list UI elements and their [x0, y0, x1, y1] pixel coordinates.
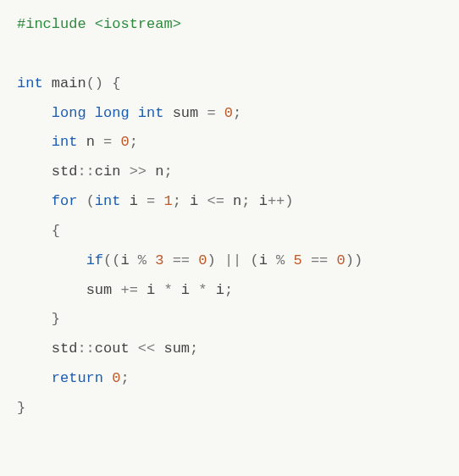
code-token [190, 282, 198, 298]
code-token: ; [120, 370, 129, 386]
code-token: ) [207, 252, 215, 268]
code-token: return [52, 370, 103, 386]
code-token [328, 252, 336, 268]
code-token: <iostream> [95, 16, 181, 32]
code-token: i [259, 252, 268, 268]
code-token: sum [86, 282, 113, 298]
code-token: ; [224, 282, 233, 298]
code-token [198, 193, 207, 209]
code-token [250, 193, 258, 209]
code-token: 0 [120, 134, 129, 150]
code-token: int [95, 193, 121, 209]
code-token [155, 193, 163, 209]
code-token: ; [190, 340, 198, 357]
code-token: sum [173, 105, 199, 121]
code-token [207, 282, 215, 298]
code-line: long long int sum = 0; [17, 99, 442, 129]
code-token: ; [130, 134, 138, 150]
code-token: i [181, 282, 190, 298]
code-token: } [17, 400, 25, 416]
code-token: ( [250, 252, 258, 268]
code-token [216, 252, 224, 268]
code-line [17, 40, 442, 69]
code-token: << [138, 340, 155, 357]
code-token: } [52, 311, 60, 327]
code-block: #include <iostream> int main() { long lo… [0, 0, 459, 434]
code-token: sum [163, 340, 190, 357]
code-token: 0 [112, 370, 120, 386]
code-token: std [52, 163, 78, 180]
code-token: ++ [268, 193, 285, 209]
code-token: 5 [294, 252, 302, 268]
code-token: ; [241, 193, 250, 209]
code-line: int main() { [17, 69, 442, 99]
code-token [181, 193, 190, 209]
code-token [302, 252, 311, 268]
code-token: * [198, 282, 207, 298]
code-token [155, 282, 163, 298]
code-token [190, 252, 198, 268]
code-token: main [52, 75, 86, 91]
code-token: if [86, 252, 103, 268]
code-token [77, 193, 86, 209]
code-token: cout [95, 340, 130, 357]
code-token: #include [17, 16, 95, 32]
code-line: } [17, 394, 442, 423]
code-token: std [52, 340, 78, 357]
code-token [95, 134, 103, 150]
code-line: { [17, 217, 442, 246]
code-token [77, 134, 86, 150]
code-token [216, 105, 224, 121]
code-line: for (int i = 1; i <= n; i++) [17, 187, 442, 217]
code-token [173, 282, 181, 298]
code-line: return 0; [17, 364, 442, 394]
code-line: } [17, 305, 442, 335]
code-token: % [276, 252, 285, 268]
code-token: int [52, 134, 78, 150]
code-token: * [163, 282, 172, 298]
code-token [147, 163, 155, 180]
code-token: ; [163, 163, 172, 180]
code-token: 1 [163, 193, 172, 209]
code-line: if((i % 3 == 0) || (i % 5 == 0)) [17, 246, 442, 276]
code-token [112, 134, 120, 150]
code-token: i [190, 193, 198, 209]
code-token: || [224, 252, 241, 268]
code-token: cin [95, 163, 121, 180]
code-token: i [216, 282, 224, 298]
code-token [103, 370, 112, 386]
code-token [138, 282, 147, 298]
code-token [268, 252, 276, 268]
code-token: = [147, 193, 155, 209]
code-token: (( [103, 252, 120, 268]
code-token: <= [207, 193, 224, 209]
code-token: i [259, 193, 268, 209]
code-token [112, 282, 120, 298]
code-token: ; [233, 105, 241, 121]
code-token: n [233, 193, 241, 209]
code-token: = [103, 134, 112, 150]
code-token [130, 252, 138, 268]
code-token: 0 [224, 105, 233, 121]
code-token [138, 193, 147, 209]
code-token: :: [77, 340, 94, 357]
code-line: #include <iostream> [17, 10, 442, 40]
code-token: % [138, 252, 147, 268]
code-token [120, 163, 129, 180]
code-token: >> [130, 163, 147, 180]
code-token: i [120, 252, 129, 268]
code-token [155, 340, 163, 357]
code-token: += [120, 282, 137, 298]
code-token: { [52, 223, 60, 239]
code-token [120, 193, 129, 209]
code-token: n [155, 163, 163, 180]
code-token: n [86, 134, 95, 150]
code-token: i [147, 282, 155, 298]
code-token: )) [346, 252, 362, 268]
code-token [224, 193, 233, 209]
code-line: std::cout << sum; [17, 335, 442, 364]
code-token: for [52, 193, 78, 209]
code-token: long long int [52, 105, 164, 121]
code-token: ) [285, 193, 293, 209]
code-token: { [112, 75, 120, 91]
